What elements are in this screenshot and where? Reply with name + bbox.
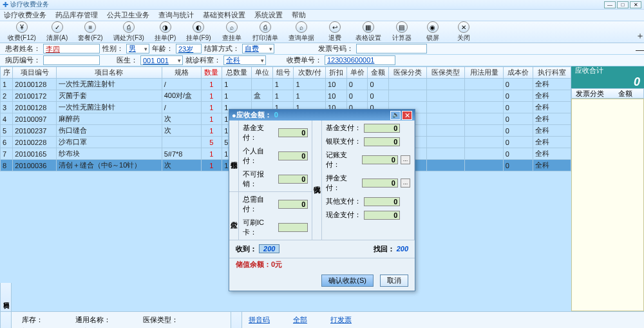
toolbar-icon: ⌕ [226,21,238,33]
back-value: 200 [397,245,408,253]
col-1[interactable]: 项目编号 [13,67,57,79]
menu-item-0[interactable]: 诊疗收费业务 [4,10,46,20]
ellipsis-button[interactable]: ... [401,155,410,164]
toolbar-icon: ⎙ [260,21,271,33]
pay-input[interactable] [278,128,308,137]
toolbar-btn-9[interactable]: ↩退费 [321,20,349,44]
col-11[interactable]: 金额 [368,67,389,79]
cell: 全科 [533,79,571,90]
cell [389,90,427,102]
aux-link-0[interactable]: 拼音码 [249,316,270,323]
toolbar-btn-1[interactable]: ✓清屏(A) [43,20,71,44]
col-2[interactable]: 项目名称 [56,67,162,79]
col-4[interactable]: 数量 [201,67,222,79]
toolbar-icon: ▦ [363,21,374,33]
toolbar-icon: ◐ [193,21,204,33]
pay-label: 记账支付： [326,150,359,169]
cell: 全科 [533,102,571,113]
col-15[interactable]: 成本价 [503,67,533,79]
pay-input[interactable] [278,223,308,232]
col-10[interactable]: 单价 [346,67,368,79]
plus-button[interactable]: ＋ [635,31,644,41]
toolbar-btn-5[interactable]: ◐挂单(F9) [182,20,214,44]
toolbar-label: 查询单据 [289,34,314,43]
pay-input[interactable] [364,211,400,220]
pay-input[interactable] [364,124,400,133]
pay-input[interactable] [364,197,400,206]
cell: 8 [1,160,13,171]
col-0[interactable]: 序 [1,67,13,79]
pay-input[interactable] [362,155,398,164]
doc-dropdown[interactable]: 001 001 [140,55,183,65]
recv-input[interactable]: 200 [259,244,279,253]
menu-item-3[interactable]: 查询与统计 [158,10,194,20]
invoice-input[interactable] [356,44,427,53]
toolbar-icon: ⎙ [123,21,135,33]
dept-dropdown[interactable]: 全科 [223,55,266,65]
cell: 纱布块 [56,148,162,160]
minus-button[interactable]: — [635,45,644,55]
col-12[interactable]: 医保分类 [389,67,427,79]
cell: 20100165 [13,148,57,160]
minimize-button[interactable]: — [604,1,616,8]
pay-input[interactable] [364,137,400,146]
subhead: 发票分类 金额 [571,88,644,99]
toolbar-btn-6[interactable]: ⌕查挂单 [218,20,246,44]
table-row[interactable]: 120100128一次性无菌注射针/111110000全科 [1,79,571,90]
dialog-close-button[interactable]: ✕ [402,111,412,120]
col-9[interactable]: 折扣 [326,67,347,79]
group1-label: 基金报销 [229,121,239,191]
toolbar-btn-4[interactable]: ◑挂单(P) [151,20,180,44]
toolbar-btn-13[interactable]: ✕关闭 [450,20,478,44]
cell: 400对/盒 [162,90,201,102]
col-7[interactable]: 组号 [272,67,294,79]
col-8[interactable]: 次数/付 [294,67,326,79]
col-5[interactable]: 总数量 [222,67,252,79]
pay-input[interactable] [278,175,308,184]
cell: 全科 [533,90,571,102]
feeno-input[interactable]: 123030600001 [325,55,395,65]
patient-name-input[interactable]: 李四 [43,44,100,53]
col-13[interactable]: 医保类型 [427,67,465,79]
cell: 盒 [252,90,273,102]
window-title: 诊疗收费业务 [10,0,49,9]
toolbar-btn-11[interactable]: ▤计算器 [388,20,416,44]
cell: 1 [272,90,294,102]
toolbar-btn-7[interactable]: ⎙打印清单 [249,20,282,44]
col-6[interactable]: 单位 [252,67,273,79]
category-list[interactable] [571,99,644,311]
aux-link-2[interactable]: 打发票 [330,316,352,323]
toolbar-btn-2[interactable]: ≡套餐(F2) [74,20,106,44]
toolbar-btn-3[interactable]: ⎙调处方(F3) [109,20,148,44]
close-button[interactable]: ✕ [630,1,641,8]
ellipsis-button[interactable]: ... [401,178,410,188]
settle-dropdown[interactable]: 自费 [242,44,274,53]
cancel-button[interactable]: 取消 [380,275,408,287]
dialog-titlebar[interactable]: ● 应收金额：0 🔈 ✕ [229,110,415,121]
toolbar-btn-10[interactable]: ▦表格设置 [352,20,385,44]
record-input[interactable] [43,55,100,65]
maximize-button[interactable]: □ [617,1,629,8]
pay-input[interactable] [362,178,398,188]
toolbar-icon: ✓ [52,21,63,33]
cell [427,160,465,171]
menu-item-1[interactable]: 药品库存管理 [55,10,98,20]
sound-icon[interactable]: 🔈 [390,111,401,120]
menu-item-5[interactable]: 系统设置 [254,10,283,20]
confirm-button[interactable]: 确认收款(S) [321,275,374,287]
age-input[interactable]: 23岁 [176,44,202,53]
col-16[interactable]: 执行科室 [533,67,571,79]
toolbar-btn-8[interactable]: ⌕查询单据 [285,20,318,44]
menu-item-6[interactable]: 帮助 [292,10,306,20]
pay-input[interactable] [278,151,308,160]
col-3[interactable]: 规格 [162,67,201,79]
table-row[interactable]: 220100172灭菌手套400对/盒11盒1110000全科 [1,90,571,102]
col-14[interactable]: 用法用量 [465,67,503,79]
toolbar-btn-12[interactable]: ◉锁屏 [419,20,447,44]
sex-dropdown[interactable]: 男 [126,44,149,53]
menu-item-4[interactable]: 基础资料设置 [203,10,245,20]
aux-link-1[interactable]: 全部 [293,316,307,323]
pay-input[interactable] [278,200,308,209]
menu-item-2[interactable]: 公共卫生业务 [107,10,149,20]
toolbar-btn-0[interactable]: ¥收费(F12) [4,20,40,44]
